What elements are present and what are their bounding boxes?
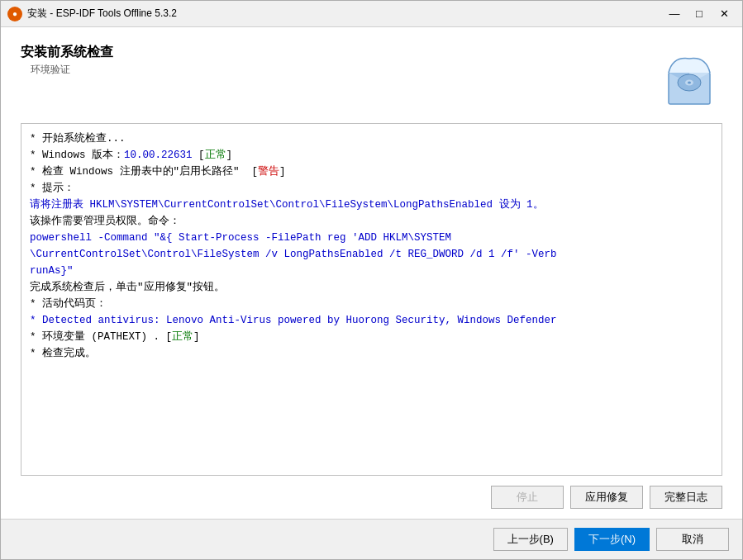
page-header: 安装前系统检查 环境验证 (21, 44, 722, 110)
log-line: 请将注册表 HKLM\SYSTEM\CurrentControlSet\Cont… (30, 197, 713, 213)
log-line: runAs}" (30, 263, 713, 279)
log-line: 该操作需要管理员权限。命令： (30, 213, 713, 230)
main-content: 安装前系统检查 环境验证 (1, 27, 742, 519)
log-line: * 环境变量 (PATHEXT) . [正常] (30, 329, 713, 345)
page-title: 安装前系统检查 (21, 44, 113, 61)
log-line: * 提示： (30, 180, 713, 197)
svg-point-6 (688, 82, 691, 84)
full-log-button[interactable]: 完整日志 (650, 486, 722, 509)
content-area: 安装前系统检查 环境验证 (1, 27, 742, 519)
close-button[interactable]: ✕ (712, 5, 736, 23)
log-line: * 活动代码页： (30, 296, 713, 312)
footer: 上一步(B) 下一步(N) 取消 (1, 519, 742, 559)
back-button[interactable]: 上一步(B) (493, 528, 568, 551)
window-title: 安装 - ESP-IDF Tools Offline 5.3.2 (27, 7, 663, 21)
cancel-button[interactable]: 取消 (656, 528, 729, 551)
main-window: ● 安装 - ESP-IDF Tools Offline 5.3.2 — □ ✕… (0, 0, 743, 560)
log-line: * 检查完成。 (30, 345, 713, 362)
middle-buttons: 停止 应用修复 完整日志 (21, 476, 722, 519)
log-line: * 开始系统检查... (30, 131, 713, 147)
log-line: * Detected antivirus: Lenovo Anti-Virus … (30, 312, 713, 329)
minimize-button[interactable]: — (663, 5, 686, 23)
next-button[interactable]: 下一步(N) (574, 528, 650, 551)
page-header-right (656, 44, 722, 110)
log-area: * 开始系统检查...* Windows 版本：10.00.22631 [正常]… (21, 123, 722, 476)
page-header-left: 安装前系统检查 环境验证 (21, 44, 113, 77)
log-line: * 检查 Windows 注册表中的"启用长路径" [警告] (30, 164, 713, 180)
log-line: * Windows 版本：10.00.22631 [正常] (30, 147, 713, 164)
window-controls: — □ ✕ (663, 5, 736, 23)
apply-fix-button[interactable]: 应用修复 (570, 486, 643, 509)
log-line: 完成系统检查后，单击"应用修复"按钮。 (30, 279, 713, 296)
maximize-button[interactable]: □ (688, 5, 711, 23)
title-bar: ● 安装 - ESP-IDF Tools Offline 5.3.2 — □ ✕ (1, 1, 742, 27)
stop-button[interactable]: 停止 (491, 486, 564, 509)
log-line: powershell -Command "&{ Start-Process -F… (30, 230, 713, 246)
box-icon (656, 44, 722, 110)
page-subtitle: 环境验证 (31, 63, 113, 77)
app-icon: ● (7, 7, 22, 21)
log-line: \CurrentControlSet\Control\FileSystem /v… (30, 246, 713, 263)
